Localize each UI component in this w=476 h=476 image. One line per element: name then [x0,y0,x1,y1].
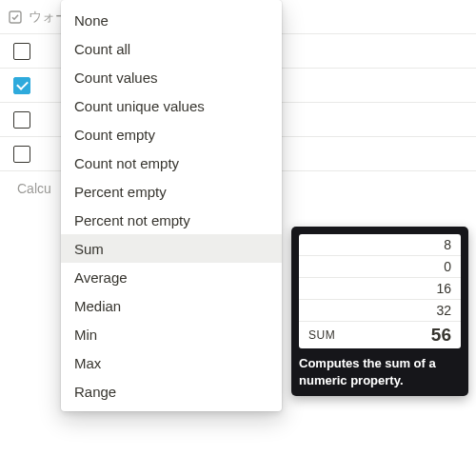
menu-item-none[interactable]: None [61,6,282,34]
preview-value: 8 [299,234,461,256]
menu-item-count-unique[interactable]: Count unique values [61,91,282,120]
menu-item-max[interactable]: Max [61,348,282,377]
menu-item-sum[interactable]: Sum [61,234,282,263]
checkbox-checked-icon[interactable] [13,77,30,94]
preview-value: 16 [299,278,461,300]
checkbox-unchecked-icon[interactable] [13,43,30,60]
menu-item-count-values[interactable]: Count values [61,63,282,91]
sum-tooltip: 8 0 16 32 SUM 56 Computes the sum of a n… [291,227,468,396]
menu-item-median[interactable]: Median [61,291,282,320]
checkbox-unchecked-icon[interactable] [13,111,30,129]
checkbox-unchecked-icon[interactable] [13,146,30,163]
menu-item-percent-empty[interactable]: Percent empty [61,177,282,206]
calculate-button[interactable]: Calcu [17,181,51,196]
menu-item-percent-not-empty[interactable]: Percent not empty [61,206,282,234]
preview-sum-row: SUM 56 [299,322,461,348]
sum-label: SUM [308,328,335,342]
tooltip-description: Computes the sum of a numeric property. [299,355,461,388]
sum-preview: 8 0 16 32 SUM 56 [299,234,461,348]
menu-item-average[interactable]: Average [61,263,282,291]
menu-item-count-all[interactable]: Count all [61,34,282,63]
menu-item-range[interactable]: Range [61,377,282,406]
menu-item-count-empty[interactable]: Count empty [61,120,282,149]
aggregate-menu: None Count all Count values Count unique… [61,0,282,411]
menu-item-count-not-empty[interactable]: Count not empty [61,149,282,177]
menu-item-min[interactable]: Min [61,320,282,348]
checkbox-column-icon [8,10,23,25]
preview-value: 32 [299,300,461,322]
sum-value: 56 [431,325,451,346]
preview-value: 0 [299,256,461,278]
